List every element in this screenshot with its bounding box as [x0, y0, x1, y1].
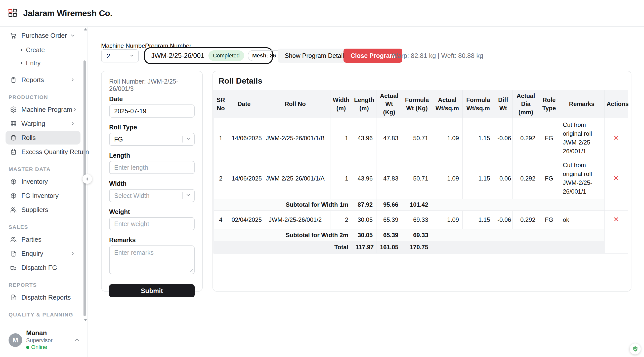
sidebar-section-quality-planning: QUALITY & PLANNING — [0, 312, 83, 318]
sidebar-subitem-entry[interactable]: Entry — [11, 56, 83, 69]
show-program-details-button[interactable]: Show Program Details — [278, 49, 354, 63]
delete-roll-button[interactable]: ✕ — [613, 216, 619, 223]
cylinder-icon — [10, 134, 17, 141]
cell-sr: 4 — [214, 210, 228, 229]
app-title: Jalaram Wiremesh Co. — [23, 8, 112, 18]
column-header: Formula Wt (Kg) — [402, 90, 432, 118]
app-window: Jalaram Wiremesh Co. Purchase Order Crea… — [0, 0, 644, 357]
summary-formula_wt: 170.75 — [402, 241, 432, 253]
remarks-textarea[interactable] — [109, 245, 195, 274]
purchase-order-submenu: Create Entry — [0, 43, 83, 69]
grid-icon — [10, 120, 17, 127]
column-header: Width (m) — [330, 90, 352, 118]
length-label: Length — [109, 152, 195, 159]
sidebar-item-label: Excess Quantity Return — [21, 148, 89, 156]
cell-role_type: FG — [539, 118, 559, 158]
summary-length: 117.97 — [352, 241, 376, 253]
sidebar-item-fg-inventory[interactable]: FG Inventory — [0, 189, 80, 202]
column-header: Roll No — [260, 90, 330, 118]
sidebar-section-master-data: MASTER DATA — [0, 166, 83, 172]
sidebar-item-machine-program[interactable]: Machine Program — [0, 103, 80, 116]
cell-actual_wt_sqm: 1.09 — [432, 210, 463, 229]
table-row: 402/04/2025JWM-2/25-26/001/2230.0565.396… — [214, 210, 628, 229]
sidebar-item-enquiry[interactable]: Enquiry — [0, 247, 80, 260]
sidebar-item-label: Rolls — [21, 134, 36, 142]
sidebar-item-label: Parties — [21, 236, 41, 243]
cell-remarks: Cut from original roll JWM-2/25-26/001/1 — [559, 118, 605, 158]
cell-role_type: FG — [539, 210, 559, 229]
weight-label: Weight — [109, 208, 195, 216]
subtotal-row: Subtotal for Width 2m30.0565.3969.33 — [214, 229, 628, 241]
summary-label: Subtotal for Width 1m — [214, 199, 352, 210]
sidebar-collapse-button[interactable] — [82, 174, 92, 184]
user-profile[interactable]: M Manan Supervisor Online — [0, 323, 87, 357]
delete-roll-button[interactable]: ✕ — [613, 175, 619, 182]
sidebar-item-purchase-order[interactable]: Purchase Order — [0, 29, 80, 42]
online-dot-icon — [26, 346, 29, 349]
submit-button[interactable]: Submit — [109, 284, 195, 297]
package-icon — [10, 192, 17, 199]
calendar-check-icon — [10, 149, 17, 155]
chevron-right-icon — [72, 107, 78, 112]
column-header: Date — [228, 90, 260, 118]
avatar: M — [9, 333, 22, 347]
cell-actual_wt: 47.83 — [376, 118, 402, 158]
column-header: Actual Wt/sq.m — [432, 90, 463, 118]
column-header: Role Type — [539, 90, 559, 118]
sidebar-item-dispatch-fg[interactable]: Dispatch FG — [0, 261, 80, 274]
chevron-down-icon — [186, 136, 191, 143]
column-header: Actions — [605, 90, 628, 118]
width-select[interactable]: Select Width — [109, 189, 195, 202]
cell-formula_wt_sqm: 1.15 — [463, 210, 494, 229]
summary-actions-empty — [605, 241, 628, 253]
cell-actions: ✕ — [605, 158, 628, 199]
chevron-down-icon — [70, 33, 75, 38]
roll-type-label: Roll Type — [109, 124, 195, 131]
sidebar-item-excess-quantity-return[interactable]: Excess Quantity Return — [0, 145, 80, 159]
roll-type-select[interactable]: FG — [109, 133, 195, 146]
sidebar-item-inventory[interactable]: Inventory — [0, 175, 80, 188]
cell-roll_no: JWM-2/25-26/001/1/A — [260, 158, 330, 199]
length-input[interactable] — [109, 161, 195, 174]
sidebar-subitem-create[interactable]: Create — [11, 43, 83, 56]
date-input[interactable] — [109, 104, 195, 118]
select-divider — [182, 192, 183, 199]
weight-input[interactable] — [109, 217, 195, 230]
remarks-label: Remarks — [109, 236, 195, 244]
sidebar-item-label: Dispatch Reports — [21, 294, 71, 301]
cart-icon — [10, 32, 17, 39]
delete-roll-button[interactable]: ✕ — [613, 135, 619, 141]
sidebar-item-parties[interactable]: Parties — [0, 233, 80, 246]
user-status: Online — [26, 344, 53, 351]
roll-details-title: Roll Details — [219, 76, 631, 86]
table-header-row: SR NoDateRoll NoWidth (m)Length (m)Actua… — [214, 90, 628, 118]
sidebar-section-sales: SALES — [0, 224, 83, 230]
chevron-down-icon — [186, 192, 191, 199]
sidebar-item-label: Dispatch FG — [21, 264, 57, 272]
cell-roll_no: JWM-2/25-26/001/2 — [260, 210, 330, 229]
status-badge: Completed — [208, 50, 244, 61]
chevron-right-icon — [70, 251, 75, 256]
sidebar-item-label: Suppliers — [21, 206, 48, 214]
cell-width: 1 — [330, 118, 352, 158]
scrollbar-down-arrow[interactable] — [84, 319, 87, 321]
sidebar-item-rolls[interactable]: Rolls — [6, 131, 80, 145]
summary-label: Total — [214, 241, 352, 253]
roll-details-card: Roll Details SR NoDateRoll NoWidth (m)Le… — [212, 71, 631, 292]
sidebar-item-warping[interactable]: Warping — [0, 117, 80, 130]
program-number-select[interactable]: JWM-2/25-26/001 Completed Mesh: 26 X 26 — [144, 47, 273, 64]
shield-check-badge[interactable] — [630, 343, 641, 354]
machine-number-select[interactable]: 2 — [101, 49, 139, 62]
summary-actual_wt: 65.39 — [376, 229, 402, 241]
column-header: Actual Wt (Kg) — [376, 90, 402, 118]
summary-actions-empty — [605, 199, 628, 210]
sidebar-item-dispatch-reports[interactable]: Dispatch Reports — [0, 291, 80, 304]
sidebar-scrollbar[interactable] — [83, 60, 86, 316]
clipboard-icon — [10, 77, 17, 83]
scrollbar-up-arrow[interactable] — [84, 28, 87, 30]
sidebar-item-reports[interactable]: Reports — [0, 73, 80, 87]
users-icon — [10, 206, 17, 213]
sidebar-item-suppliers[interactable]: Suppliers — [0, 203, 80, 217]
summary-length: 87.92 — [352, 199, 376, 210]
cell-width: 2 — [330, 210, 352, 229]
